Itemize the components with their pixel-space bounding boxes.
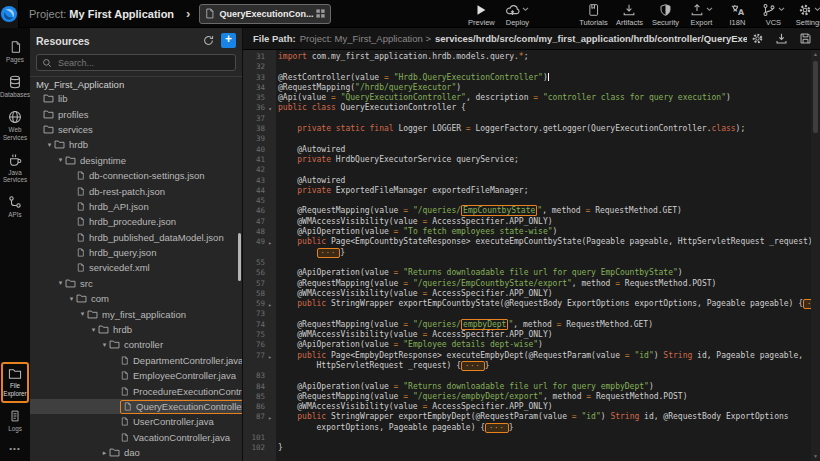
save-icon[interactable] bbox=[799, 32, 812, 45]
code-line[interactable]: 37 bbox=[243, 114, 811, 124]
action-export[interactable]: Export bbox=[683, 1, 719, 27]
code-line[interactable]: 35@Api(value = "QueryExecutionController… bbox=[243, 93, 811, 103]
tree-item-com[interactable]: ▾com bbox=[30, 291, 242, 306]
code-line[interactable]: 58 @WMAccessVisibility(value = AccessSpe… bbox=[243, 289, 811, 299]
code-line[interactable]: ···} bbox=[243, 248, 811, 258]
folded-code-icon[interactable]: ··· bbox=[803, 299, 811, 309]
tree-item-hrdb-procedure-json[interactable]: hrdb_procedure.json bbox=[30, 214, 242, 229]
action-settings[interactable]: Settings bbox=[791, 1, 820, 27]
action-artifacts[interactable]: Artifacts bbox=[611, 1, 647, 27]
fold-marker-icon[interactable]: ▸ bbox=[265, 299, 275, 309]
download-icon[interactable] bbox=[775, 32, 788, 45]
code-line[interactable]: 48 @ApiOperation(value = "To fetch emplo… bbox=[243, 227, 811, 237]
chevron-down-icon[interactable]: ▾ bbox=[78, 310, 87, 318]
chevron-down-icon[interactable]: ▾ bbox=[89, 326, 98, 334]
tree-item-usercontroller-java[interactable]: UserController.java bbox=[30, 414, 242, 429]
code-line[interactable]: 85 @RequestMapping(value = "/queries/emp… bbox=[243, 392, 811, 402]
code-line[interactable]: 86 @WMAccessVisibility(value = AccessSpe… bbox=[243, 402, 811, 412]
refresh-icon[interactable] bbox=[202, 34, 215, 47]
code-line[interactable]: 77▸ public Page<EmpbyDeptResponse> execu… bbox=[243, 351, 811, 361]
tree-item-services[interactable]: services bbox=[30, 122, 242, 137]
code-line[interactable]: 32 bbox=[243, 62, 811, 72]
tree-item-hrdb[interactable]: ▾hrdb bbox=[30, 137, 242, 152]
code-line[interactable]: 38 private static final Logger LOGGER = … bbox=[243, 124, 811, 134]
tree-item-lib[interactable]: lib bbox=[30, 91, 242, 106]
tree-item-departmentcontroller-java[interactable]: DepartmentController.java bbox=[30, 353, 242, 368]
grid-icon[interactable] bbox=[315, 8, 326, 19]
tree-item-db-connection-settings-json[interactable]: db-connection-settings.json bbox=[30, 168, 242, 183]
code-line[interactable]: 87▸ public StringWrapper exportEmpbyDept… bbox=[243, 412, 811, 422]
action-tutorials[interactable]: Tutorials bbox=[575, 1, 611, 27]
folded-code-icon[interactable]: ··· bbox=[461, 361, 485, 371]
tree-item-procedureexecutioncontroller-java[interactable]: ProcedureExecutionController.java bbox=[30, 383, 242, 398]
editor-scrollbar[interactable]: ▲ ▼ bbox=[811, 50, 820, 461]
tab-query-execution-controller[interactable]: QueryExecutionCon... bbox=[199, 4, 331, 24]
code-line[interactable]: 40 @Autowired bbox=[243, 145, 811, 155]
tree-item-designtime[interactable]: ▾designtime bbox=[30, 153, 242, 168]
code-line[interactable]: 36▾public class QueryExecutionController… bbox=[243, 103, 811, 113]
action-deploy[interactable]: Deploy bbox=[499, 1, 535, 27]
tree-item-profiles[interactable]: profiles bbox=[30, 106, 242, 121]
sidebar-item-logs[interactable]: Logs bbox=[0, 403, 30, 438]
code-line[interactable]: 74 @RequestMapping(value = "/queries/emp… bbox=[243, 320, 811, 330]
code-line[interactable]: 75 @WMAccessVisibility(value = AccessSpe… bbox=[243, 330, 811, 340]
code-line[interactable]: 41 private HrdbQueryExecutorService quer… bbox=[243, 155, 811, 165]
code-line[interactable]: 56 @ApiOperation(value = "Returns downlo… bbox=[243, 268, 811, 278]
tree-item-hrdb[interactable]: ▾hrdb bbox=[30, 322, 242, 337]
fold-marker-icon[interactable]: ▾ bbox=[265, 103, 275, 113]
chevron-down-icon[interactable]: ▾ bbox=[56, 156, 65, 164]
search-input[interactable] bbox=[56, 57, 230, 69]
sidebar-item-pages[interactable]: Pages bbox=[0, 34, 30, 69]
code-line[interactable]: 101 bbox=[243, 433, 811, 443]
tree-item-hrdb-api-json[interactable]: hrdb_API.json bbox=[30, 199, 242, 214]
action-preview[interactable]: Preview bbox=[463, 1, 499, 27]
code-line[interactable]: 43 @Autowired bbox=[243, 176, 811, 186]
fold-marker-icon[interactable]: ▸ bbox=[265, 351, 275, 361]
tree-root[interactable]: My_First_Application bbox=[30, 76, 242, 91]
scroll-down-icon[interactable]: ▼ bbox=[811, 452, 820, 461]
tree-item-my-first-application[interactable]: ▾my_first_application bbox=[30, 306, 242, 321]
code-line[interactable]: 83 bbox=[243, 371, 811, 381]
fold-marker-icon[interactable]: ▸ bbox=[265, 237, 275, 247]
sidebar-item-web-services[interactable]: Web Services bbox=[0, 104, 30, 146]
scroll-up-icon[interactable]: ▲ bbox=[811, 50, 820, 59]
code-line[interactable]: 59▸ public StringWrapper exportEmpCountb… bbox=[243, 299, 811, 309]
code-line[interactable]: 44 private ExportedFileManager exportedF… bbox=[243, 186, 811, 196]
code-line[interactable]: 49▸ public Page<EmpCountbyStateResponse>… bbox=[243, 237, 811, 247]
folded-code-icon[interactable]: ··· bbox=[485, 423, 509, 433]
action-security[interactable]: Security bbox=[647, 1, 683, 27]
fold-marker-icon[interactable]: ▸ bbox=[265, 412, 275, 422]
chevron-down-icon[interactable]: ▾ bbox=[56, 279, 65, 287]
tree-item-db-rest-patch-json[interactable]: db-rest-patch.json bbox=[30, 183, 242, 198]
more-icon[interactable]: ••• bbox=[0, 438, 30, 461]
tree-item-hrdb-published-datamodel-json[interactable]: hrdb_published_dataModel.json bbox=[30, 230, 242, 245]
chevron-down-icon[interactable]: ▾ bbox=[67, 295, 76, 303]
code-line[interactable]: 31import com.my_first_application.hrdb.m… bbox=[243, 52, 811, 62]
tree-item-hrdb-query-json[interactable]: hrdb_query.json bbox=[30, 245, 242, 260]
code-line[interactable]: 39 bbox=[243, 134, 811, 144]
code-line[interactable]: 76 @ApiOperation(value = "Employee detai… bbox=[243, 340, 811, 350]
action-vcs[interactable]: VCS bbox=[755, 1, 791, 27]
add-resource-button[interactable]: + bbox=[221, 33, 236, 48]
code-line[interactable]: 73 bbox=[243, 309, 811, 319]
action-i18n[interactable]: AI18N bbox=[719, 1, 755, 27]
panel-scrollbar-thumb[interactable] bbox=[238, 233, 241, 281]
tree-item-controller[interactable]: ▾controller bbox=[30, 337, 242, 352]
code-area[interactable]: 31import com.my_first_application.hrdb.m… bbox=[243, 50, 811, 461]
app-logo-icon[interactable] bbox=[0, 0, 19, 28]
tree-item-vacationcontroller-java[interactable]: VacationController.java bbox=[30, 430, 242, 445]
folded-code-icon[interactable]: ··· bbox=[317, 248, 341, 258]
code-line[interactable]: HttpServletRequest _request) {···} bbox=[243, 361, 811, 371]
code-line[interactable]: 46 @RequestMapping(value = "/queries/Emp… bbox=[243, 206, 811, 216]
chevron-down-icon[interactable]: ▾ bbox=[100, 341, 109, 349]
code-line[interactable]: 42 bbox=[243, 165, 811, 175]
gear-icon[interactable] bbox=[751, 32, 764, 45]
code-line[interactable]: exportOptions, Pageable pageable) {···} bbox=[243, 423, 811, 433]
code-line[interactable]: 57 @RequestMapping(value = "/queries/Emp… bbox=[243, 279, 811, 289]
code-line[interactable]: 55 bbox=[243, 258, 811, 268]
code-line[interactable]: 102} bbox=[243, 443, 811, 453]
sidebar-item-apis[interactable]: APIs bbox=[0, 189, 30, 224]
chevron-right-icon[interactable]: ▸ bbox=[100, 449, 109, 457]
code-line[interactable]: 47 @WMAccessVisibility(value = AccessSpe… bbox=[243, 217, 811, 227]
code-line[interactable]: 34@RequestMapping("/hrdb/queryExecutor") bbox=[243, 83, 811, 93]
